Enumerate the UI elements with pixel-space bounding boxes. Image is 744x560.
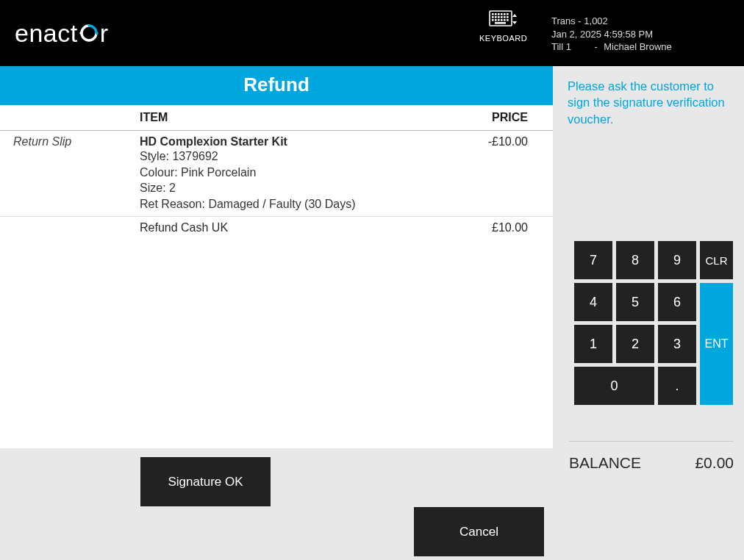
- till-sep: -: [591, 40, 601, 54]
- session-info: Trans - 1,002 Jan 2, 2025 4:59:58 PM Til…: [551, 15, 672, 54]
- svg-rect-4: [495, 13, 497, 15]
- svg-rect-19: [504, 19, 506, 21]
- keyboard-label: KEYBOARD: [479, 34, 527, 43]
- svg-marker-22: [512, 14, 517, 17]
- item-name: HD Complexion Starter Kit: [140, 135, 471, 148]
- keypad-2[interactable]: 2: [616, 325, 654, 363]
- item-style: Style: 1379692: [140, 148, 471, 165]
- action-bar: Signature OK Cancel: [0, 448, 553, 560]
- transaction-datetime: Jan 2, 2025 4:59:58 PM: [551, 28, 672, 41]
- svg-rect-16: [495, 19, 497, 21]
- receipt-table: ITEM PRICE Return Slip HD Complexion Sta…: [0, 105, 553, 239]
- keypad-7[interactable]: 7: [574, 241, 612, 279]
- svg-rect-9: [492, 16, 494, 18]
- svg-rect-7: [504, 13, 506, 15]
- tender-label: Refund Cash UK: [140, 221, 471, 234]
- item-colour: Colour: Pink Porcelain: [140, 165, 471, 181]
- keypad-clear[interactable]: CLR: [700, 241, 733, 279]
- svg-rect-21: [495, 22, 506, 24]
- svg-rect-11: [498, 16, 500, 18]
- svg-rect-3: [492, 13, 494, 15]
- topbar: enact r KEYB: [0, 0, 744, 66]
- keypad-enter[interactable]: ENT: [700, 283, 733, 405]
- tender-row: Refund Cash UK £10.00: [0, 217, 553, 239]
- svg-rect-12: [501, 16, 503, 18]
- keypad-3[interactable]: 3: [658, 325, 696, 363]
- keypad-6[interactable]: 6: [658, 283, 696, 321]
- keypad-1[interactable]: 1: [574, 325, 612, 363]
- keypad-9[interactable]: 9: [658, 241, 696, 279]
- balance-value: £0.00: [695, 454, 734, 472]
- svg-rect-17: [498, 19, 500, 21]
- keypad-5[interactable]: 5: [616, 283, 654, 321]
- svg-rect-10: [495, 16, 497, 18]
- tender-amount: £10.00: [471, 221, 544, 234]
- return-slip-label: Return Slip: [9, 135, 140, 212]
- keyboard-button[interactable]: KEYBOARD: [479, 9, 527, 43]
- item-return-reason: Ret Reason: Damaged / Faulty (30 Days): [140, 196, 471, 212]
- divider: [569, 441, 734, 442]
- transaction-number: Trans - 1,002: [551, 15, 672, 28]
- item-size: Size: 2: [140, 180, 471, 196]
- balance-label: BALANCE: [569, 454, 641, 472]
- svg-rect-13: [504, 16, 506, 18]
- right-panel: Please ask the customer to sign the sign…: [553, 66, 744, 560]
- numeric-keypad: 7 8 9 CLR 4 5 6 ENT 1 2 3 0 .: [574, 241, 733, 405]
- svg-rect-5: [498, 13, 500, 15]
- signature-ok-button[interactable]: Signature OK: [140, 457, 271, 506]
- keypad-decimal[interactable]: .: [658, 367, 696, 405]
- till-label: Till 1: [551, 40, 588, 54]
- keypad-8[interactable]: 8: [616, 241, 654, 279]
- keypad-4[interactable]: 4: [574, 283, 612, 321]
- svg-rect-6: [501, 13, 503, 15]
- svg-rect-14: [507, 16, 509, 18]
- logo-ring-icon: [79, 24, 99, 43]
- table-row: Return Slip HD Complexion Starter Kit St…: [0, 131, 553, 217]
- item-price: -£10.00: [471, 135, 544, 212]
- column-price: PRICE: [471, 111, 544, 124]
- svg-rect-20: [507, 19, 509, 21]
- operator-name: Michael Browne: [604, 40, 672, 54]
- left-panel: Refund ITEM PRICE Return Slip HD Complex…: [0, 66, 553, 560]
- receipt-whitespace: [0, 239, 553, 448]
- cancel-button[interactable]: Cancel: [414, 507, 544, 556]
- operator-prompt: Please ask the customer to sign the sign…: [568, 78, 734, 127]
- svg-rect-8: [507, 13, 509, 15]
- keypad-0[interactable]: 0: [574, 367, 654, 405]
- brand-logo: enact r: [15, 19, 109, 48]
- svg-marker-23: [512, 21, 517, 24]
- svg-rect-15: [492, 19, 494, 21]
- keyboard-icon: [489, 9, 518, 31]
- svg-rect-18: [501, 19, 503, 21]
- page-title: Refund: [0, 66, 553, 105]
- column-item: ITEM: [140, 111, 471, 124]
- balance-row: BALANCE £0.00: [569, 454, 734, 472]
